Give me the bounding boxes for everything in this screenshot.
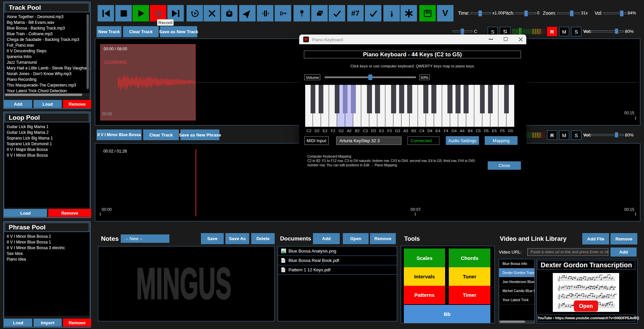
svg-text:MINGUS: MINGUS	[136, 265, 231, 300]
